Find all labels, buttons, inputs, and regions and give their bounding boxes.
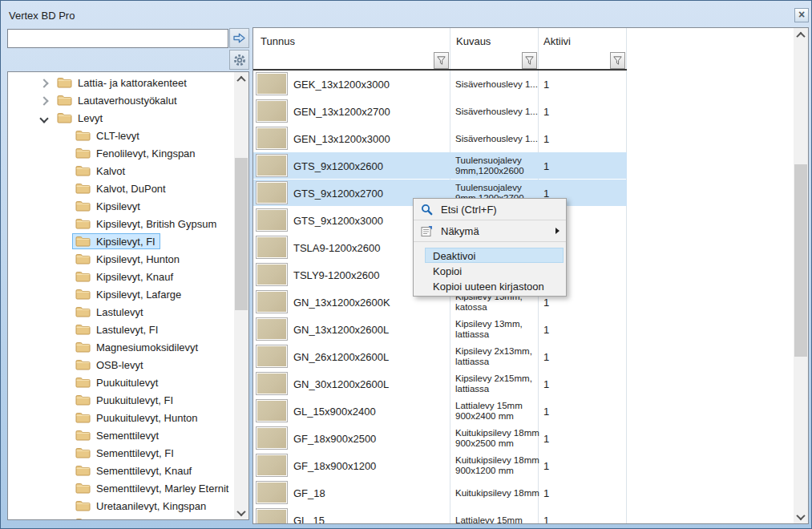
table-row[interactable]: GF_18x900x2500 Kuitukipsilevy 18mm 900x2…	[253, 425, 794, 452]
tree-item-content[interactable]: Sementtilevyt, Knauf	[72, 462, 196, 479]
tree-item-content[interactable]: Vanerilevyt	[72, 515, 151, 519]
table-scrollbar[interactable]	[794, 28, 808, 523]
column-header-aktiivi[interactable]: Aktiivi	[543, 35, 571, 47]
tree-item[interactable]: Kipsilevyt, British Gypsum	[8, 215, 234, 232]
tree-item[interactable]: Magnesiumoksidilevyt	[8, 338, 234, 356]
tree-expander-icon[interactable]	[39, 114, 48, 123]
table-row[interactable]: GEN_13x1200x3000 Sisäverhouslevy 1... 1	[253, 125, 794, 152]
column-header-tunnus[interactable]: Tunnus	[261, 35, 295, 47]
tree-item-content[interactable]: Kalvot	[72, 163, 130, 179]
material-thumbnail	[256, 72, 288, 95]
tree-item[interactable]: Puukuitulevyt, Hunton	[8, 409, 234, 426]
menu-item-kopioi-uuteen-kirjastoon[interactable]: Kopioi uuteen kirjastoon	[425, 278, 564, 293]
tree-item[interactable]: Kipsilevyt, FI	[8, 232, 234, 250]
table-row[interactable]: GTS_9x1200x2600 Tuulensuojalevy 9mm,1200…	[253, 152, 794, 180]
tree-item-content[interactable]: Kipsilevyt	[72, 198, 145, 214]
table-row[interactable]: GEK_13x1200x3000 Sisäverhouslevy 1... 1	[253, 71, 794, 98]
table-row[interactable]: GN_26x1200x2600L Kipsilevy 2x13mm, latti…	[253, 343, 794, 370]
tree-item-content[interactable]: Sementtilevyt, FI	[72, 445, 179, 461]
tree-item[interactable]: Kipsilevyt, Knauf	[8, 268, 234, 285]
cell-kuvaus: Kipsilevy 2x13mm, lattiassa	[455, 343, 540, 370]
settings-button[interactable]	[229, 50, 249, 70]
tree-item-content[interactable]: Lastulevyt, FI	[72, 321, 163, 337]
tree-item[interactable]: Uretaanilevyt, Kingspan	[8, 497, 234, 515]
tree-item[interactable]: Sementtilevyt, FI	[8, 444, 234, 462]
tree-item[interactable]: Vanerilevyt	[8, 515, 234, 519]
tree-item-content[interactable]: Lastulevyt	[72, 304, 148, 320]
tree-item[interactable]: Kipsilevyt, Lafarge	[8, 285, 234, 303]
tree-item[interactable]: Lautaverhoustyökalut	[8, 91, 234, 109]
table-row[interactable]: GN_13x1200x2600L Kipsilevy 13mm, lattias…	[253, 316, 794, 343]
tree-item[interactable]: Puukuitulevyt	[8, 374, 234, 391]
go-button[interactable]	[229, 28, 249, 48]
tree-item[interactable]: Fenolilevyt, Kingspan	[8, 144, 234, 162]
tree-item[interactable]: Kipsilevyt	[8, 197, 234, 215]
tree-item-content[interactable]: Fenolilevyt, Kingspan	[72, 145, 200, 161]
table-scrollbar-thumb[interactable]	[794, 164, 807, 357]
tree-item[interactable]: Levyt	[8, 109, 234, 127]
tree-item-content[interactable]: Sementtilevyt	[72, 427, 164, 443]
tree-item[interactable]: Puukuitulevyt, FI	[8, 391, 234, 409]
menu-item-kopioi[interactable]: Kopioi	[425, 263, 564, 278]
tree-item-content[interactable]: Uretaanilevyt, Kingspan	[72, 498, 211, 514]
folder-icon	[75, 447, 91, 458]
column-header-kuvaus[interactable]: Kuvaus	[456, 35, 491, 47]
tree-item[interactable]: Sementtilevyt	[8, 426, 234, 444]
filter-button-tunnus[interactable]	[434, 52, 449, 69]
tree-scrollbar-thumb[interactable]	[235, 158, 248, 310]
tree-item-content[interactable]: OSB-levyt	[72, 357, 148, 373]
menu-item-deaktivoi[interactable]: Deaktivoi	[425, 248, 564, 263]
table-row[interactable]: GN_30x1200x2600L Kipsilevy 2x15mm, latti…	[253, 370, 794, 398]
table-row[interactable]: GL_15x900x2400 Lattialevy 15mm 900x2400 …	[253, 398, 794, 425]
scroll-down-icon[interactable]	[794, 510, 808, 523]
menu-item-etsi[interactable]: Etsi (Ctrl+F)	[414, 199, 566, 220]
tree-item[interactable]: CLT-levyt	[8, 127, 234, 144]
tree-item[interactable]: OSB-levyt	[8, 356, 234, 374]
scroll-down-icon[interactable]	[234, 506, 248, 519]
tree-item-content[interactable]: Magnesiumoksidilevyt	[72, 339, 203, 355]
tree-item[interactable]: Kalvot	[8, 162, 234, 180]
table-row[interactable]: GL_15 Lattialevy 15mm 1	[253, 507, 794, 523]
tree-item[interactable]: Sementtilevyt, Marley Eternit	[8, 479, 234, 497]
tree-item[interactable]: Lastulevyt, FI	[8, 321, 234, 338]
tree-item-content[interactable]: CLT-levyt	[72, 127, 144, 143]
gear-icon	[232, 53, 247, 67]
scroll-up-icon[interactable]	[794, 28, 808, 42]
tree-item-content[interactable]: Puukuitulevyt, Hunton	[72, 410, 202, 426]
tree-item-content[interactable]: Sementtilevyt, Marley Eternit	[72, 480, 233, 496]
tree-item-content[interactable]: Puukuitulevyt	[72, 374, 163, 390]
tree-item[interactable]: Lastulevyt	[8, 303, 234, 321]
tree-item-content[interactable]: Kipsilevyt, Knauf	[72, 269, 178, 285]
tree-item-content[interactable]: Puukuitulevyt, FI	[72, 392, 178, 408]
tree-item[interactable]: Kalvot, DuPont	[8, 180, 234, 197]
tree-item-content[interactable]: Kipsilevyt, Hunton	[72, 251, 184, 267]
tree-item[interactable]: Lattia- ja kattorakenteet	[8, 74, 234, 91]
table-row[interactable]: GEN_13x1200x2700 Sisäverhouslevy 1... 1	[253, 98, 794, 125]
filter-button-aktiivi[interactable]	[610, 52, 625, 69]
menu-item-nakyma[interactable]: Näkymä	[414, 220, 566, 241]
close-button[interactable]: ×	[794, 8, 809, 22]
material-thumbnail	[256, 99, 288, 123]
tree-expander-icon[interactable]	[39, 96, 48, 105]
cell-kuvaus: Sisäverhouslevy 1...	[455, 125, 540, 152]
tree-item-content[interactable]: Kipsilevyt, Lafarge	[72, 286, 186, 302]
tree-item-content[interactable]: Kalvot, DuPont	[72, 180, 171, 196]
tree-item-content[interactable]: Lautaverhoustyökalut	[54, 92, 182, 108]
tree-item-content[interactable]: Levyt	[54, 110, 107, 126]
folder-icon	[75, 394, 91, 406]
tree-item-content[interactable]: Lattia- ja kattorakenteet	[54, 75, 192, 91]
cell-kuvaus: Lattialevy 15mm	[455, 507, 540, 523]
filter-button-kuvaus[interactable]	[522, 52, 537, 69]
tree-item[interactable]: Kipsilevyt, Hunton	[8, 250, 234, 268]
tree-item-content[interactable]: Kipsilevyt, British Gypsum	[72, 216, 221, 232]
search-input[interactable]	[7, 29, 228, 48]
table-row[interactable]: GF_18 Kuitukipsilevy 18mm 1	[253, 479, 794, 507]
scroll-up-icon[interactable]	[234, 72, 248, 86]
tree-scrollbar[interactable]	[234, 72, 248, 519]
tree-item-content[interactable]: Kipsilevyt, FI	[72, 233, 160, 249]
menu-item-label: Deaktivoi	[433, 250, 475, 262]
folder-icon-slot	[75, 218, 91, 229]
tree-item[interactable]: Sementtilevyt, Knauf	[8, 462, 234, 479]
table-row[interactable]: GF_18x900x1200 Kuitukipsilevy 18mm 900x1…	[253, 452, 794, 479]
tree-expander-icon[interactable]	[39, 79, 48, 87]
